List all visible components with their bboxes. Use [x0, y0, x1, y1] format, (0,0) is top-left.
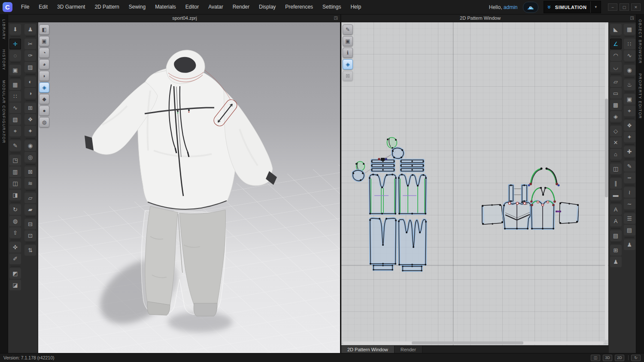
- dot-shirt-tool[interactable]: ✦: [24, 126, 36, 136]
- pocket-facing-pattern-2[interactable]: [353, 170, 364, 181]
- solid-shirt-tool[interactable]: ◪: [9, 280, 21, 290]
- menu-editor[interactable]: Editor: [181, 0, 204, 14]
- slash-spread-tool[interactable]: ▨: [24, 62, 36, 72]
- detail-sewing-tool[interactable]: ◉: [624, 65, 635, 75]
- scissor-cut-tool[interactable]: ✂: [24, 39, 36, 49]
- avatar-display-tool[interactable]: ◍: [9, 216, 21, 226]
- tab-modular-configurator[interactable]: MODULAR CONFIGURATOR: [2, 80, 6, 144]
- select-mesh-tool[interactable]: ◌: [9, 50, 21, 61]
- fit-shoe-tool[interactable]: ⊞: [24, 103, 36, 113]
- tab-library[interactable]: LIBRARY: [2, 19, 6, 40]
- simulation-mode-button[interactable]: » SIMULATION ▾: [544, 1, 601, 13]
- select-garment-2d-tool[interactable]: ▣: [624, 94, 635, 105]
- sync-button[interactable]: ↻: [631, 355, 641, 361]
- grading-dots-tool[interactable]: ✦: [624, 132, 635, 142]
- flatten-tool[interactable]: ◳: [9, 155, 21, 166]
- pant-back-pattern-left[interactable]: [399, 175, 426, 214]
- transform-pattern-tool[interactable]: ◣: [610, 24, 622, 35]
- sleeve-pattern-left[interactable]: [482, 205, 503, 224]
- vertical-scrollbar-thumb[interactable]: [605, 99, 608, 197]
- text-edit-tool[interactable]: A: [610, 204, 622, 215]
- zipper-tool[interactable]: ≋: [24, 178, 36, 189]
- quilting-tool[interactable]: ▤: [610, 230, 622, 241]
- free-sewing-2d-tool[interactable]: ∿: [624, 50, 635, 61]
- trim-roll-tool[interactable]: ▰: [24, 204, 36, 215]
- basting-tool[interactable]: ✚: [624, 146, 635, 157]
- show-surface-toggle[interactable]: ◆: [39, 94, 49, 104]
- select-garment-tool[interactable]: ▣: [9, 65, 21, 75]
- steam-iron-tool[interactable]: ♨: [624, 79, 635, 90]
- show-stitches-toggle[interactable]: ✎: [343, 24, 353, 35]
- show-garment-fit-toggle[interactable]: ◔: [39, 48, 49, 58]
- pin-2d-tool[interactable]: ⌖: [624, 106, 635, 116]
- collar-strip-patterns[interactable]: [508, 184, 528, 204]
- segment-sewing-tool[interactable]: ∷: [9, 91, 21, 102]
- show-pattern-book-toggle[interactable]: ◈: [39, 82, 49, 93]
- show-pattern-2d-toggle[interactable]: ◈: [343, 59, 353, 69]
- viewport-2d-titlebar[interactable]: 2D Pattern Window ◳: [341, 14, 636, 22]
- viewport-3d-titlebar[interactable]: sport04.zprj ◳: [8, 14, 340, 22]
- vertical-scrollbar[interactable]: [605, 24, 608, 340]
- buttonhole-tool[interactable]: ◎: [24, 152, 36, 163]
- pin-tool[interactable]: ⌖: [9, 126, 21, 136]
- trim-piece-tool[interactable]: ▱: [24, 193, 36, 203]
- rectangle-pattern-tool[interactable]: ▭: [610, 88, 622, 99]
- fabric-roll-tool[interactable]: ⊡: [24, 230, 36, 241]
- clo-cloud-button[interactable]: ☁ C: [523, 2, 538, 13]
- walk-figure-tool[interactable]: ♟: [610, 256, 622, 267]
- sewing-machine-2d-tool[interactable]: ▦: [624, 24, 635, 35]
- popout-3d-icon[interactable]: ◳: [334, 14, 338, 22]
- select-move-tool[interactable]: ✛: [9, 39, 21, 49]
- menu-file[interactable]: File: [16, 0, 34, 14]
- close-button[interactable]: ✕: [631, 3, 641, 11]
- tuck-garment-tool[interactable]: ◐: [24, 76, 36, 87]
- menu-display[interactable]: Display: [254, 0, 280, 14]
- menu-preferences[interactable]: Preferences: [280, 0, 318, 14]
- viewport-3d[interactable]: ◧▣◔◕◗◈◆●◍: [38, 22, 340, 353]
- rotate-object-tool[interactable]: ↻: [9, 204, 21, 215]
- menu-help[interactable]: Help: [346, 0, 366, 14]
- minimize-button[interactable]: –: [608, 3, 617, 11]
- ruler-tool[interactable]: ✐: [9, 253, 21, 264]
- pant-front-pattern-left[interactable]: [370, 175, 396, 214]
- grade-shirt-tool[interactable]: ❖: [24, 114, 36, 125]
- pleats-fold-tool[interactable]: ☰: [624, 213, 635, 224]
- binding-band-tool[interactable]: ▬: [610, 190, 622, 200]
- edit-curvature-tool[interactable]: ◠: [610, 50, 622, 61]
- menu-materials[interactable]: Materials: [150, 0, 181, 14]
- layer-clone-tool[interactable]: ◫: [9, 178, 21, 189]
- menu-sewing[interactable]: Sewing: [124, 0, 150, 14]
- free-sewing-tool[interactable]: ∿: [9, 103, 21, 113]
- simulation-dropdown-caret[interactable]: ▾: [590, 1, 597, 13]
- menu-avatar[interactable]: Avatar: [204, 0, 228, 14]
- stitch-pin-tool[interactable]: ⇅: [24, 245, 36, 256]
- edit-sewing-tool[interactable]: ▧: [9, 114, 21, 125]
- show-silhouette-toggle[interactable]: ●: [39, 106, 49, 116]
- show-environment-toggle[interactable]: ◍: [39, 117, 49, 127]
- pattern-canvas-2d[interactable]: ✎▣ℹ◈⊠: [341, 22, 609, 345]
- segment-sewing-2d-tool[interactable]: ∷: [624, 39, 635, 49]
- zipper-2d-tool[interactable]: ∥: [610, 178, 622, 189]
- show-garment-texture-toggle[interactable]: ▣: [39, 36, 49, 46]
- cut-sew-tool[interactable]: ✑: [24, 50, 36, 61]
- waistband-pattern-right[interactable]: [400, 160, 424, 171]
- panel-divider[interactable]: [340, 14, 341, 353]
- pants-pattern-group[interactable]: [348, 137, 438, 278]
- fold-garment-tool[interactable]: ◑: [24, 88, 36, 99]
- edit-curve-point-tool[interactable]: ◡: [610, 62, 622, 72]
- tab-property-editor[interactable]: PROPERTY EDITOR: [638, 73, 642, 119]
- hood-trim-pattern[interactable]: [528, 168, 560, 187]
- menu-settings[interactable]: Settings: [318, 0, 346, 14]
- show-avatar-texture-toggle[interactable]: ◕: [39, 59, 49, 69]
- pen-line-tool[interactable]: ✎: [624, 161, 635, 172]
- tab-history[interactable]: HISTORY: [2, 49, 6, 70]
- grading-shirt-tool[interactable]: ❖: [624, 120, 635, 131]
- elastic-wave-tool[interactable]: ∼: [624, 199, 635, 209]
- hood-center-pattern[interactable]: [530, 187, 556, 203]
- fur-jacket-tool[interactable]: ▥: [9, 166, 21, 177]
- menu-edit[interactable]: Edit: [34, 0, 52, 14]
- show-garment-2d-toggle[interactable]: ▣: [343, 36, 353, 46]
- view-2d-button[interactable]: 2D: [615, 355, 624, 361]
- restore-button[interactable]: ▢: [620, 3, 629, 11]
- horizontal-scrollbar-thumb[interactable]: [412, 341, 523, 344]
